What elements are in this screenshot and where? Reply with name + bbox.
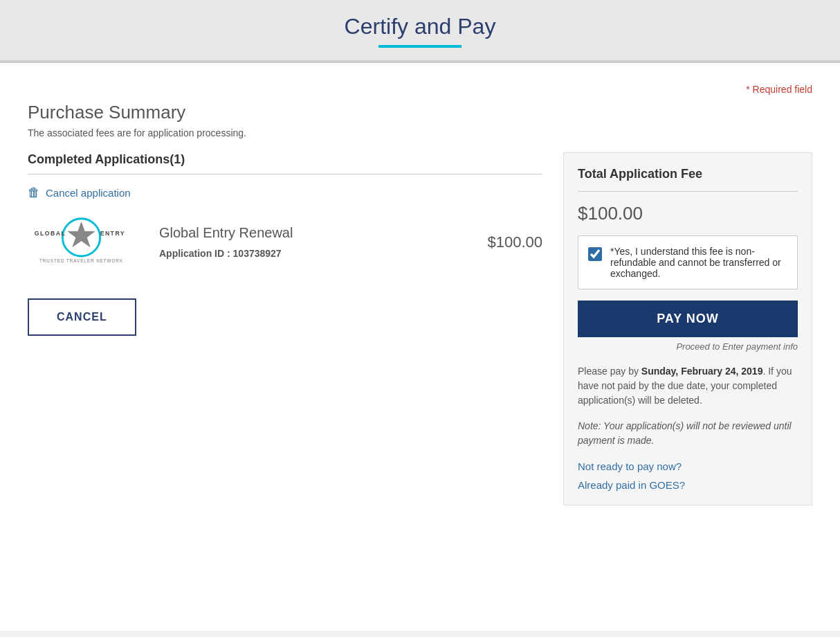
left-panel: Completed Applications(1) 🗑 Cancel appli… — [28, 152, 542, 505]
page-title: Certify and Pay — [0, 14, 840, 39]
due-date-text-before: Please pay by — [578, 366, 641, 377]
purchase-summary-subtitle: The associated fees are for application … — [28, 127, 812, 138]
checkbox-label: *Yes, I understand this fee is non-refun… — [610, 246, 787, 279]
app-id-value: 103738927 — [233, 248, 282, 259]
pay-now-button[interactable]: PAY NOW — [578, 300, 798, 337]
application-item: GLOBAL ENTRY TRUSTED TRAVELER NETWORK Gl… — [28, 214, 542, 271]
svg-text:GLOBAL: GLOBAL — [35, 230, 66, 237]
fee-box: Total Application Fee $100.00 *Yes, I un… — [563, 152, 812, 505]
main-content: * Required field Purchase Summary The as… — [0, 63, 840, 631]
right-panel: Total Application Fee $100.00 *Yes, I un… — [563, 152, 812, 505]
app-id: Application ID : 103738927 — [159, 248, 466, 259]
checkbox-label-text: *Yes, I understand this fee is non-refun… — [610, 246, 781, 279]
non-refundable-checkbox[interactable] — [588, 247, 602, 261]
purchase-summary-title: Purchase Summary — [28, 102, 812, 123]
required-field-note: * Required field — [28, 84, 812, 95]
not-ready-link[interactable]: Not ready to pay now? — [578, 460, 798, 472]
total-amount: $100.00 — [578, 203, 798, 224]
completed-apps-header: Completed Applications(1) — [28, 152, 542, 174]
app-id-label: Application ID : — [159, 248, 230, 259]
cancel-application-label: Cancel application — [46, 187, 131, 199]
already-paid-link[interactable]: Already paid in GOES? — [578, 479, 798, 491]
cancel-button[interactable]: CANCEL — [28, 298, 136, 336]
due-date: Sunday, February 24, 2019 — [641, 366, 763, 377]
svg-text:ENTRY: ENTRY — [100, 230, 125, 237]
proceed-text: Proceed to Enter payment info — [578, 341, 798, 352]
page-header: Certify and Pay — [0, 0, 840, 62]
header-underline — [378, 45, 462, 48]
app-details: Global Entry Renewal Application ID : 10… — [159, 225, 466, 259]
note-text: Note: Your application(s) will not be re… — [578, 419, 798, 448]
checkbox-area: *Yes, I understand this fee is non-refun… — [578, 235, 798, 289]
svg-text:TRUSTED TRAVELER NETWORK: TRUSTED TRAVELER NETWORK — [39, 258, 123, 263]
app-price: $100.00 — [487, 233, 542, 251]
due-date-text: Please pay by Sunday, February 24, 2019.… — [578, 364, 798, 408]
trash-icon: 🗑 — [28, 186, 40, 200]
cancel-application-link[interactable]: 🗑 Cancel application — [28, 186, 542, 200]
note-label: Note: Your application(s) will not be re… — [578, 420, 792, 446]
bottom-links: Not ready to pay now? Already paid in GO… — [578, 460, 798, 491]
ge-logo-svg: GLOBAL ENTRY TRUSTED TRAVELER NETWORK — [28, 214, 135, 268]
fee-box-title: Total Application Fee — [578, 167, 798, 192]
global-entry-logo: GLOBAL ENTRY TRUSTED TRAVELER NETWORK — [28, 214, 138, 271]
app-name: Global Entry Renewal — [159, 225, 466, 241]
content-area: Completed Applications(1) 🗑 Cancel appli… — [28, 152, 812, 505]
